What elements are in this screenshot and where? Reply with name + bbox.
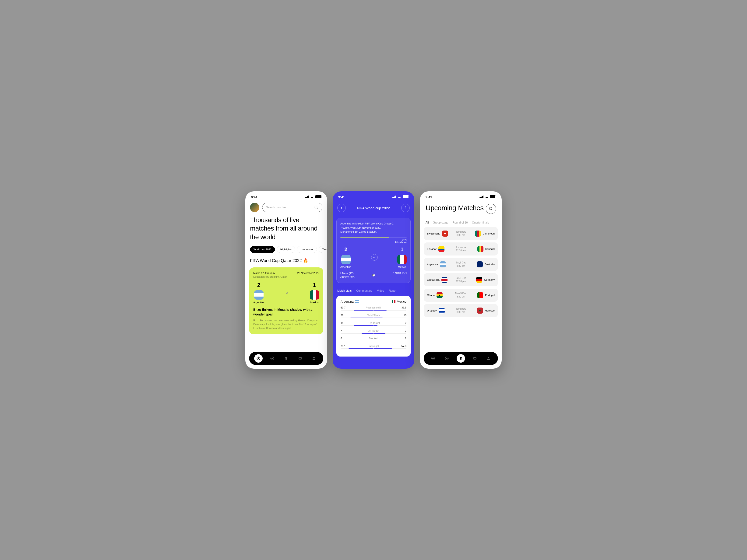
page-title: FIFA World cup 2022: [357, 206, 390, 210]
featured-match-card[interactable]: Match 12, Group A 23 November 2022 Educa…: [249, 267, 323, 335]
svg-point-0: [315, 206, 317, 208]
nav-matches[interactable]: [429, 354, 437, 363]
nav-live[interactable]: [443, 354, 451, 363]
stats-team-left: Argentina: [341, 300, 359, 303]
stage-tabs: AllGroup stageRound of 16Quarter-finals: [420, 217, 501, 227]
stat-row: 75.1Passing%57.8: [341, 345, 406, 349]
status-time: 9:41: [426, 195, 432, 199]
team-right-name: Mexico: [310, 301, 319, 304]
chip-teams[interactable]: Teams: [319, 246, 327, 253]
team-name: Switzerland: [427, 232, 440, 235]
chip-live-scores[interactable]: Live scores: [297, 246, 317, 253]
match-team-right: Morocco: [466, 308, 495, 314]
attendance-label: 74% Attendance: [340, 238, 407, 244]
nav-profile[interactable]: [484, 354, 493, 363]
match-team-left: Costa Rica: [427, 277, 456, 283]
avatar[interactable]: [250, 203, 259, 212]
stat-left: 60.7: [341, 306, 345, 309]
match-team-right: Australia: [466, 261, 495, 267]
nav-trophy[interactable]: [457, 354, 465, 363]
trophy-icon: [284, 356, 288, 361]
stat-right: 57.8: [402, 345, 406, 347]
tab-report[interactable]: Report: [389, 289, 397, 292]
vs-label: vs: [286, 292, 288, 294]
match-item[interactable]: Costa RicaSat,3 Dec12:30 pmGermany: [424, 273, 498, 286]
svg-point-11: [489, 207, 492, 210]
flag-ar-icon: [440, 261, 446, 267]
nav-live[interactable]: [268, 354, 276, 363]
match-item[interactable]: ArgentinaSat,3 Dec8:30 pmAustralia: [424, 258, 498, 271]
tab-video[interactable]: Video: [377, 289, 384, 292]
tab-commentary[interactable]: Commentary: [356, 289, 372, 292]
page-title: Upcoming Matches: [426, 204, 484, 212]
flag-cr-icon: [441, 277, 447, 283]
svg-rect-17: [473, 357, 476, 359]
match-team-right: Portugal: [466, 292, 495, 298]
stat-right: 2: [405, 322, 406, 324]
svg-point-8: [405, 207, 406, 207]
flag-ec-icon: [438, 246, 444, 252]
flag-ma-icon: [477, 308, 483, 314]
team-left: 2 Argentina: [340, 246, 351, 268]
match-time: Tomorrow8:30 pm: [456, 307, 466, 314]
nav-profile[interactable]: [310, 354, 318, 363]
match-team-right: Senegal: [466, 246, 495, 252]
stats-header: Argentina Mexico: [341, 300, 406, 303]
stat-right: 10: [404, 314, 406, 317]
team-name: Costa Rica: [427, 278, 440, 281]
flag-mexico-icon: [310, 290, 319, 300]
tab-quarter-finals[interactable]: Quarter-finals: [472, 221, 489, 224]
team-name: Germany: [484, 278, 495, 281]
flag-argentina-icon: [355, 300, 359, 303]
tab-match-stats[interactable]: Match stats: [337, 289, 352, 292]
match-team-right: Germany: [466, 277, 495, 283]
flag-mexico-icon: [392, 300, 395, 303]
status-icons: [479, 195, 496, 199]
svg-line-12: [491, 209, 492, 210]
wifi-icon: [397, 195, 401, 199]
ticket-icon: [473, 356, 477, 361]
team-left-name: Argentina: [253, 301, 264, 304]
scorers-row: L Messi (10') J Correa (44') ⚽ H Martin …: [340, 272, 407, 279]
svg-rect-6: [299, 357, 302, 359]
search-input[interactable]: Search matches...: [262, 203, 323, 212]
match-item[interactable]: EcuadorTomorrow12:30 amSenegal: [424, 242, 498, 256]
tab-group-stage[interactable]: Group stage: [433, 221, 448, 224]
team-name: Senegal: [485, 247, 495, 250]
tab-round-of-16[interactable]: Round of 16: [453, 221, 468, 224]
match-time: Tomorrow12:30 am: [456, 246, 466, 252]
bottom-nav: [249, 352, 323, 365]
score-right: 1: [310, 282, 319, 288]
match-team-left: Argentina: [427, 261, 456, 267]
chip-highlights[interactable]: Highlights: [277, 246, 295, 253]
battery-icon: [403, 195, 409, 199]
status-time: 9:41: [338, 195, 345, 199]
search-button[interactable]: [486, 204, 496, 214]
match-item[interactable]: GhanaMon,5 Dec8:30 pmPortugal: [424, 289, 498, 302]
more-button[interactable]: [401, 204, 410, 212]
info-line: 7:00pm, Wed 30th November 2022.: [340, 226, 407, 230]
back-button[interactable]: [337, 204, 346, 212]
tab-all[interactable]: All: [426, 221, 429, 224]
match-time: Sat,3 Dec12:30 pm: [456, 276, 466, 283]
stat-right: 7: [405, 329, 406, 332]
match-info-text: Argentina vs Mexico. FIFA World Cup Grou…: [340, 222, 407, 234]
match-item[interactable]: SwitzerlandTomorrow8:30 pmCameroon: [424, 227, 498, 240]
score-left: 2: [253, 282, 264, 288]
stat-row: 11On Target2: [341, 322, 406, 326]
signal-icon: [305, 195, 309, 199]
stat-row: 60.7Possession%39.3: [341, 306, 406, 311]
svg-point-9: [405, 208, 406, 208]
chip-world-cup-2022[interactable]: World cup 2022: [250, 246, 275, 253]
nav-matches[interactable]: [254, 354, 263, 363]
match-item[interactable]: UruguayTomorrow8:30 pmMorocco: [424, 304, 498, 317]
nav-ticket[interactable]: [296, 354, 304, 363]
team-name: Ghana: [427, 294, 435, 297]
nav-ticket[interactable]: [471, 354, 479, 363]
header-row: Search matches...: [246, 201, 327, 214]
svg-marker-14: [432, 357, 434, 359]
nav-trophy[interactable]: [282, 354, 290, 363]
attendance-bar: [340, 237, 407, 238]
stats-list: 60.7Possession%39.326Total Shots1011On T…: [341, 306, 406, 349]
search-icon: [489, 207, 493, 211]
